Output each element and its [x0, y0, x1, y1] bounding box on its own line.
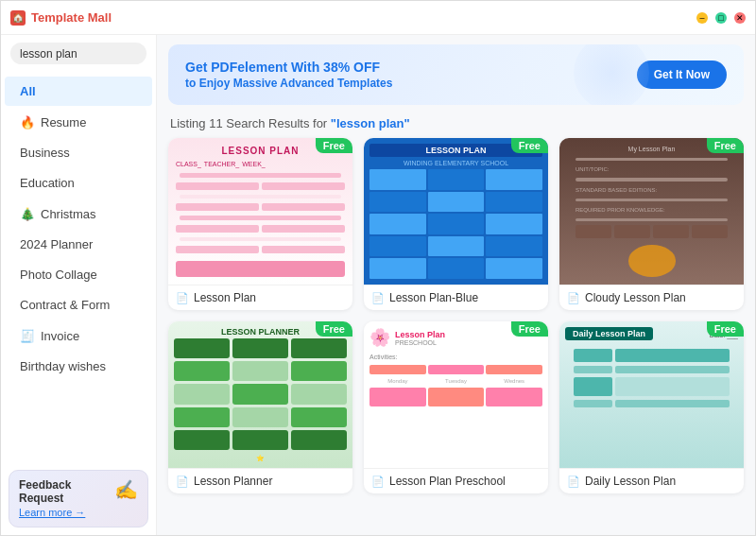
preview-1: LESSON PLAN CLASS_TEACHER_WEEK_	[168, 138, 352, 285]
minimize-button[interactable]: –	[696, 12, 708, 24]
banner-decoration	[574, 44, 649, 105]
card-footer-2: 📄 Lesson Plan-Blue	[364, 285, 548, 310]
pdf-icon-6: 📄	[567, 475, 580, 488]
sidebar-item-birthday[interactable]: Birthday wishes	[5, 352, 152, 381]
preview-2: LESSON PLAN WINDING ELEMENTARY SCHOOL	[364, 138, 548, 285]
all-label: All	[20, 84, 36, 98]
main-layout: 🔍 All 🔥 Resume Business Education	[1, 35, 755, 535]
banner-text: Get PDFelement With 38% OFF to Enjoy Mas…	[185, 60, 637, 90]
results-pre: Listing 11 Search Results for	[170, 116, 331, 130]
promo-banner: Get PDFelement With 38% OFF to Enjoy Mas…	[168, 44, 744, 105]
app-title: Template Mall	[31, 10, 112, 25]
sidebar-item-planner[interactable]: 2024 Planner	[5, 230, 152, 259]
sidebar-item-education[interactable]: Education	[5, 168, 152, 198]
search-box: 🔍	[1, 35, 156, 72]
template-card-4[interactable]: Free LESSON PLANNER ⭐	[168, 321, 352, 493]
collage-label: Photo Collage	[20, 268, 97, 282]
card-image-2: Free LESSON PLAN WINDING ELEMENTARY SCHO…	[364, 138, 548, 285]
pdf-icon-5: 📄	[371, 475, 385, 488]
search-input[interactable]	[20, 47, 157, 61]
pdf-icon-3: 📄	[567, 292, 580, 304]
template-card-2[interactable]: Free LESSON PLAN WINDING ELEMENTARY SCHO…	[364, 138, 548, 310]
pdf-icon-4: 📄	[176, 475, 189, 488]
template-card-3[interactable]: Free My Lesson Plan UNIT/TOPIC: STANDARD…	[559, 138, 744, 310]
free-badge-1: Free	[316, 138, 352, 153]
banner-subtitle: to Enjoy Massive Advanced Templates	[185, 77, 637, 90]
planner-label: 2024 Planner	[20, 237, 93, 251]
free-badge-6: Free	[707, 321, 744, 337]
app-icon	[10, 10, 26, 26]
contract-label: Contract & Form	[20, 298, 110, 312]
title-left: Template Mall	[10, 10, 112, 26]
card-image-1: Free LESSON PLAN CLASS_TEACHER_WEEK_	[168, 138, 352, 285]
pdf-icon-2: 📄	[371, 292, 385, 304]
banner-pre-text: to Enjoy Massive	[185, 77, 280, 90]
template-card-6[interactable]: Free Daily Lesson Plan Date: ___	[559, 321, 744, 493]
feedback-link[interactable]: Learn more →	[19, 507, 85, 518]
free-badge-3: Free	[707, 138, 744, 153]
fire-icon: 🔥	[20, 114, 35, 130]
card-footer-6: 📄 Daily Lesson Plan	[559, 468, 744, 493]
card-name-4: Lesson Planner	[194, 475, 272, 488]
card-name-6: Daily Lesson Plan	[585, 475, 676, 488]
card-name-2: Lesson Plan-Blue	[389, 291, 478, 304]
sidebar-item-collage[interactable]: Photo Collage	[5, 260, 152, 289]
invoice-icon: 🧾	[20, 328, 35, 343]
free-badge-5: Free	[511, 321, 548, 337]
card-name-1: Lesson Plan	[194, 291, 256, 304]
maximize-button[interactable]: □	[715, 12, 727, 24]
card-footer-3: 📄 Cloudy Lesson Plan	[559, 285, 744, 310]
close-button[interactable]: ✕	[734, 12, 746, 24]
title-bar: Template Mall – □ ✕	[1, 1, 755, 35]
sidebar-item-business[interactable]: Business	[5, 138, 152, 167]
education-label: Education	[20, 176, 75, 190]
christmas-label: Christmas	[41, 207, 96, 221]
preview-3: My Lesson Plan UNIT/TOPIC: STANDARD BASE…	[559, 138, 744, 285]
business-label: Business	[20, 146, 70, 160]
banner-title: Get PDFelement With 38% OFF	[185, 60, 637, 75]
card-image-6: Free Daily Lesson Plan Date: ___	[559, 321, 744, 468]
resume-label: Resume	[41, 115, 86, 130]
get-it-now-button[interactable]: Get It Now	[637, 61, 727, 89]
card-name-3: Cloudy Lesson Plan	[585, 291, 686, 304]
christmas-icon: 🎄	[20, 206, 35, 221]
card-image-3: Free My Lesson Plan UNIT/TOPIC: STANDARD…	[559, 138, 744, 285]
pdf-icon-1: 📄	[176, 292, 189, 304]
title-controls: – □ ✕	[696, 12, 746, 24]
card-footer-1: 📄 Lesson Plan	[168, 285, 352, 310]
search-wrap[interactable]: 🔍	[10, 43, 146, 64]
sidebar: 🔍 All 🔥 Resume Business Education	[1, 35, 157, 535]
results-header: Listing 11 Search Results for "lesson pl…	[157, 112, 755, 138]
template-card[interactable]: Free LESSON PLAN CLASS_TEACHER_WEEK_	[168, 138, 352, 310]
free-badge-4: Free	[316, 321, 352, 337]
sidebar-item-contract[interactable]: Contract & Form	[5, 290, 152, 320]
card-image-4: Free LESSON PLANNER ⭐	[168, 321, 352, 468]
app-window: Template Mall – □ ✕ 🔍 All 🔥 Re	[0, 0, 756, 536]
banner-highlight: Advanced Templates	[280, 77, 392, 90]
invoice-label: Invoice	[41, 329, 79, 343]
sidebar-item-resume[interactable]: 🔥 Resume	[5, 107, 152, 137]
free-badge-2: Free	[511, 138, 548, 153]
sidebar-item-invoice[interactable]: 🧾 Invoice	[5, 320, 152, 351]
preview-4: LESSON PLANNER ⭐	[168, 321, 352, 468]
sidebar-nav: All 🔥 Resume Business Education 🎄 Christ…	[1, 72, 156, 462]
banner-title-text: Get PDFelement With 38% OFF	[185, 60, 380, 75]
card-footer-5: 📄 Lesson Plan Preschool	[364, 468, 548, 493]
birthday-label: Birthday wishes	[20, 359, 106, 373]
template-grid: Free LESSON PLAN CLASS_TEACHER_WEEK_	[157, 138, 755, 505]
content-area: Get PDFelement With 38% OFF to Enjoy Mas…	[157, 35, 755, 535]
card-image-5: Free 🌸 Lesson Plan PRESCHOOL Activities:	[364, 321, 548, 468]
feedback-card: ✍ Feedback Request Learn more →	[9, 470, 148, 527]
results-query: "lesson plan"	[331, 116, 410, 130]
sidebar-item-all[interactable]: All	[5, 77, 152, 106]
preview-6: Daily Lesson Plan Date: ___	[559, 321, 744, 468]
preview-5: 🌸 Lesson Plan PRESCHOOL Activities:	[364, 321, 548, 468]
card-name-5: Lesson Plan Preschool	[389, 475, 506, 488]
template-card-5[interactable]: Free 🌸 Lesson Plan PRESCHOOL Activities:	[364, 321, 548, 493]
feedback-icon: ✍	[114, 478, 138, 501]
card-footer-4: 📄 Lesson Planner	[168, 468, 352, 493]
sidebar-item-christmas[interactable]: 🎄 Christmas	[5, 199, 152, 229]
